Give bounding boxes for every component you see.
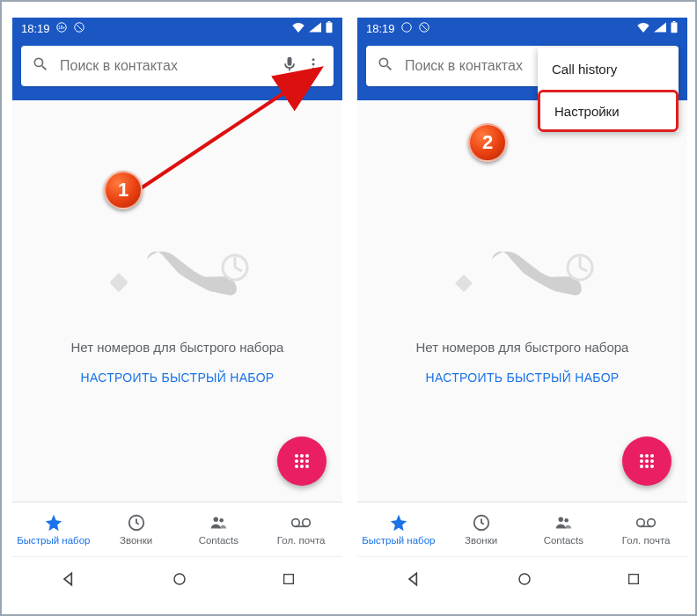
mic-icon[interactable]: [281, 55, 298, 77]
status-nodata-icon: [73, 21, 85, 36]
back-key[interactable]: [405, 570, 422, 591]
nav-voicemail[interactable]: Гол. почта: [260, 502, 342, 556]
tutorial-canvas: 18:19 18+: [0, 0, 697, 616]
svg-point-27: [174, 574, 185, 584]
svg-point-45: [650, 465, 654, 468]
status-bar: 18:19 18+: [12, 18, 342, 39]
svg-point-42: [650, 459, 654, 463]
svg-point-41: [645, 459, 649, 463]
svg-point-24: [292, 519, 300, 527]
svg-point-40: [640, 459, 643, 463]
home-key[interactable]: [172, 571, 187, 590]
phone-screenshot-1: 18:19 18+: [12, 18, 342, 598]
svg-point-52: [519, 574, 530, 584]
bottom-nav: Быстрый набор Звонки Contacts Гол. почта: [357, 502, 687, 556]
nav-label: Contacts: [199, 535, 238, 546]
svg-point-12: [295, 454, 298, 458]
battery-icon: [670, 21, 679, 36]
battery-icon: [325, 21, 334, 36]
system-nav-bar: [12, 556, 342, 598]
menu-settings[interactable]: Настройки: [538, 90, 679, 132]
nav-contacts[interactable]: Contacts: [178, 502, 260, 556]
svg-rect-28: [283, 574, 293, 583]
nav-label: Гол. почта: [622, 535, 671, 546]
svg-rect-53: [628, 574, 638, 583]
nav-label: Быстрый набор: [362, 535, 435, 546]
wifi-icon: [291, 22, 305, 35]
status-time: 18:19: [21, 22, 50, 35]
svg-rect-3: [326, 22, 333, 33]
svg-point-14: [305, 454, 309, 458]
svg-marker-8: [110, 275, 128, 292]
menu-call-history[interactable]: Call history: [538, 48, 679, 90]
svg-point-48: [565, 518, 569, 523]
svg-point-29: [401, 22, 411, 32]
nav-calls[interactable]: Звонки: [95, 502, 178, 556]
svg-point-13: [300, 454, 304, 458]
empty-state-illustration: [448, 225, 598, 313]
recents-key[interactable]: [282, 572, 296, 590]
setup-speed-dial-button[interactable]: НАСТРОИТЬ БЫСТРЫЙ НАБОР: [80, 370, 274, 385]
search-bar[interactable]: Поиск в контактах: [21, 46, 334, 86]
dialpad-fab[interactable]: [277, 436, 326, 486]
empty-state-message: Нет номеров для быстрого набора: [416, 340, 629, 355]
svg-point-16: [300, 459, 304, 463]
svg-point-37: [640, 454, 643, 458]
nav-label: Звонки: [120, 535, 152, 546]
recents-key[interactable]: [627, 572, 641, 590]
svg-point-23: [220, 518, 224, 523]
annotation-step-1: 1: [104, 171, 143, 209]
overflow-menu-button[interactable]: [298, 49, 328, 83]
dialpad-fab[interactable]: [622, 436, 671, 486]
svg-point-20: [305, 465, 309, 468]
svg-point-50: [648, 519, 656, 527]
status-badge-icon: 18+: [55, 21, 68, 36]
svg-point-43: [640, 465, 643, 468]
search-icon: [32, 55, 49, 77]
status-bar: 18:19: [357, 18, 687, 39]
home-key[interactable]: [517, 571, 532, 590]
svg-point-19: [300, 465, 304, 468]
svg-text:18+: 18+: [58, 25, 65, 29]
svg-marker-33: [455, 275, 473, 292]
search-icon: [377, 55, 394, 77]
nav-speed-dial[interactable]: Быстрый набор: [357, 502, 440, 556]
system-nav-bar: [357, 556, 687, 598]
overflow-menu: Call history Настройки: [538, 48, 679, 132]
svg-point-22: [214, 517, 219, 523]
svg-point-47: [559, 517, 564, 523]
nav-voicemail[interactable]: Гол. почта: [605, 502, 687, 556]
bottom-nav: Быстрый набор Звонки Contacts Гол. почта: [12, 502, 342, 556]
annotation-step-2: 2: [468, 123, 507, 162]
svg-rect-4: [328, 21, 331, 22]
setup-speed-dial-button[interactable]: НАСТРОИТЬ БЫСТРЫЙ НАБОР: [425, 370, 619, 385]
nav-calls[interactable]: Звонки: [440, 502, 523, 556]
svg-rect-31: [671, 22, 678, 33]
svg-point-17: [305, 459, 309, 463]
nav-label: Звонки: [465, 535, 497, 546]
svg-point-15: [295, 459, 298, 463]
svg-point-5: [312, 58, 315, 61]
back-key[interactable]: [60, 570, 77, 591]
svg-point-44: [645, 465, 649, 468]
signal-icon: [654, 22, 666, 35]
nav-label: Быстрый набор: [17, 535, 90, 546]
nav-contacts[interactable]: Contacts: [523, 502, 605, 556]
svg-line-11: [235, 268, 242, 271]
svg-point-49: [637, 519, 645, 527]
wifi-icon: [636, 22, 650, 35]
empty-state-illustration: [103, 225, 253, 313]
svg-line-36: [580, 268, 587, 271]
nav-speed-dial[interactable]: Быстрый набор: [12, 502, 95, 556]
svg-point-7: [312, 68, 315, 70]
signal-icon: [309, 22, 321, 35]
status-time: 18:19: [366, 22, 395, 35]
search-placeholder: Поиск в контактах: [60, 58, 281, 74]
phone-screenshot-2: 18:19 Поиск в контактах: [357, 18, 687, 598]
main-content: Нет номеров для быстрого набора НАСТРОИТ…: [357, 100, 687, 502]
svg-point-6: [312, 63, 315, 66]
svg-point-18: [295, 465, 298, 468]
nav-label: Гол. почта: [277, 535, 326, 546]
status-badge-icon: [400, 21, 413, 36]
svg-point-38: [645, 454, 649, 458]
